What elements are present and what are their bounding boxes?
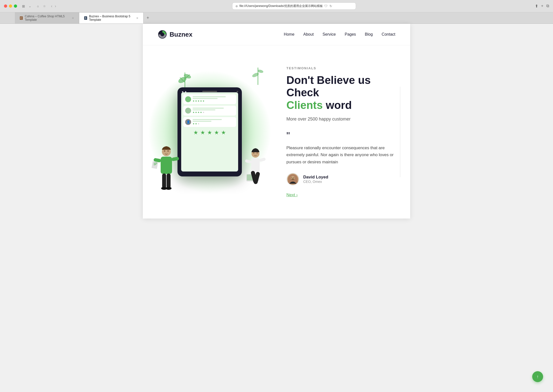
nav-pages[interactable]: Pages [345, 32, 356, 37]
illustration-section: ◄ ► [143, 55, 276, 209]
logo[interactable]: Buznex [158, 30, 192, 39]
logo-icon [158, 30, 167, 39]
tab-bar: C Cafena – Coffee Shop HTML5 Template ✕ … [0, 12, 553, 24]
tab-favicon-buznex: B [84, 16, 87, 20]
tablet-screen: ★ ★ ★ ★ ★ [181, 92, 238, 172]
address-bar[interactable]: ⊕ file:///Users/janewong/Downloads/优质的通用… [232, 2, 356, 10]
testimonial-text: Pleasure rationally encounter consequenc… [286, 145, 395, 166]
reviewer-avatar-2 [185, 108, 191, 114]
website-container: Buznex Home About Service Pages Blog Con… [143, 24, 410, 219]
nav-service[interactable]: Service [323, 32, 336, 37]
address-bar-controls: 🛡 ↻ [324, 4, 332, 8]
tab-favicon-cafena: C [20, 16, 23, 20]
svg-rect-26 [259, 157, 266, 162]
new-tab-button[interactable]: + [144, 12, 152, 24]
toolbar-right: ⬆ + ⧉ [535, 4, 549, 8]
section-label: TESTIMONIALS [286, 66, 395, 70]
chevron-down-icon[interactable]: ⌄ [27, 4, 32, 9]
author-details: David Loyed CEO, Omex [303, 175, 328, 184]
nav-about[interactable]: About [303, 32, 314, 37]
tab-close-cafena[interactable]: ✕ [72, 17, 74, 20]
nav-blog[interactable]: Blog [365, 32, 373, 37]
arrow-up-icon: ↑ [537, 374, 539, 379]
reviewer-avatar-3: 👤 [185, 119, 191, 125]
svg-point-37 [291, 178, 294, 180]
main-nav: Home About Service Pages Blog Contact [284, 32, 395, 37]
traffic-lights [4, 4, 17, 8]
logo-text: Buznex [170, 31, 192, 38]
star-empty-icon: ★ [198, 122, 200, 125]
new-tab-icon[interactable]: + [541, 4, 543, 8]
stars-1: ★ ★ ★ ★ ★ [193, 100, 234, 102]
copy-icon[interactable]: ⧉ [546, 4, 549, 8]
big-stars: ★ ★ ★ ★ ★ [183, 129, 236, 136]
forward-button[interactable]: › [53, 3, 57, 9]
author-title: CEO, Omex [303, 180, 328, 184]
minimize-button[interactable] [9, 4, 12, 8]
close-button[interactable] [4, 4, 7, 8]
tab-cafena[interactable]: C Cafena – Coffee Shop HTML5 Template ✕ [15, 12, 79, 24]
big-star-icon: ★ [214, 129, 219, 136]
author-avatar-image [288, 174, 298, 184]
share-icon[interactable]: ⬆ [535, 4, 538, 8]
svg-point-18 [167, 150, 169, 152]
shield-icon: 🛡 [324, 4, 327, 8]
illustration: ◄ ► [143, 55, 276, 209]
url-text: file:///Users/janewong/Downloads/优质的通用企业… [239, 4, 323, 8]
nav-contact[interactable]: Contact [382, 32, 395, 37]
big-star-icon: ★ [207, 129, 212, 136]
tab-label-cafena: Cafena – Coffee Shop HTML5 Template [25, 15, 70, 22]
next-button[interactable]: Next › [286, 193, 298, 197]
review-content-2: ★ ★ ★ ★ ★ [193, 108, 234, 114]
tab-close-buznex[interactable]: ✕ [136, 17, 138, 20]
author-name: David Loyed [303, 175, 328, 180]
big-star-icon: ★ [200, 129, 205, 136]
star-empty-icon: ★ [202, 111, 204, 114]
back-button[interactable]: ‹ [50, 3, 53, 9]
person-right-figure [242, 147, 269, 196]
review-card-1: ★ ★ ★ ★ ★ [183, 94, 236, 104]
testimonial-section: TESTIMONIALS Don't Believe us Check Clie… [276, 56, 410, 207]
star-icon: ★ [198, 111, 200, 114]
vertical-divider [400, 87, 400, 177]
reload-icon[interactable]: ↻ [329, 4, 332, 8]
svg-point-36 [294, 177, 294, 178]
star-icon: ★ [202, 100, 204, 102]
author-avatar [286, 173, 299, 186]
star-icon: ★ [193, 100, 195, 102]
svg-rect-24 [251, 158, 260, 172]
svg-rect-13 [162, 173, 166, 188]
main-content: ◄ ► [143, 45, 410, 219]
nav-home[interactable]: Home [284, 32, 295, 37]
review-card-3: 👤 ★ ★ ★ [183, 117, 236, 127]
site-header: Buznex Home About Service Pages Blog Con… [143, 24, 410, 45]
title-highlight: Clients [286, 99, 323, 111]
svg-rect-10 [161, 157, 172, 174]
star-icon: ★ [193, 111, 195, 114]
person-left-figure [150, 144, 182, 199]
stars-3: ★ ★ ★ [193, 122, 234, 125]
star-icon: ★ [198, 100, 200, 102]
svg-point-31 [253, 152, 254, 154]
section-subtitle: More over 2500 happy customer [286, 117, 395, 122]
maximize-button[interactable] [14, 4, 17, 8]
svg-rect-14 [167, 173, 171, 188]
title-rest: word [323, 99, 352, 111]
reviewer-avatar-1 [185, 96, 191, 102]
svg-point-16 [166, 187, 172, 190]
plant-right-icon [252, 65, 264, 85]
sidebar-toggle-icon[interactable]: ⊞ [21, 4, 26, 9]
bookmark-icon[interactable]: ☆ [42, 4, 47, 9]
title-bar: ⊞ ⌄ ⌂ ☆ ‹ › ⊕ file:///Users/janewong/Dow… [0, 0, 553, 12]
svg-point-17 [164, 150, 165, 152]
svg-rect-12 [171, 157, 179, 161]
tab-label-buznex: Buznex – Business Bootstrap 5 Template [89, 15, 134, 22]
scroll-top-button[interactable]: ↑ [532, 371, 543, 382]
svg-point-35 [292, 177, 292, 178]
star-icon: ★ [200, 100, 202, 102]
home-icon[interactable]: ⌂ [35, 4, 40, 9]
big-star-icon: ★ [221, 129, 226, 136]
star-icon: ★ [195, 122, 197, 125]
title-line1: Don't Believe us Check [286, 74, 371, 99]
tab-buznex[interactable]: B Buznex – Business Bootstrap 5 Template… [79, 12, 144, 24]
